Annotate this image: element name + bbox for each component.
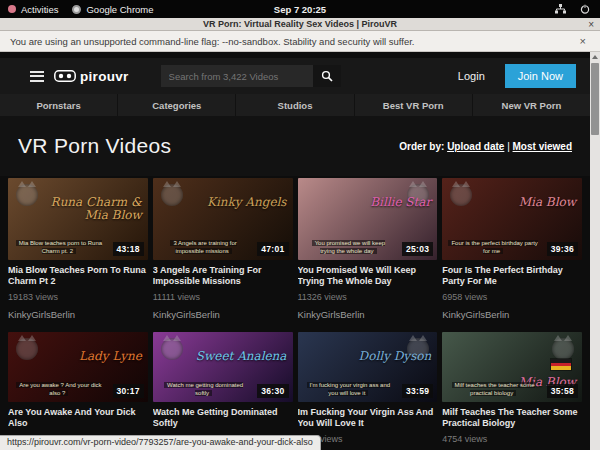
duration-badge: 39:36 [547,242,578,256]
video-views: 6958 views [442,292,582,302]
duration-badge: 30:17 [113,384,144,398]
studio-link[interactable]: KinkyGirlsBerlin [153,309,293,320]
studio-watermark-icon [16,338,38,360]
video-thumbnail[interactable]: Runa Charm & Mia Blow Mia Blow teaches p… [8,178,148,260]
duration-badge: 35:58 [547,384,578,398]
video-title[interactable]: Milf Teaches The Teacher Some Practical … [442,407,582,428]
thumbnail-overlay-text: Mia Blow [482,196,576,209]
thumbnail-overlay-text: Dolly Dyson [338,350,432,363]
thumbnail-caption: Are you awake ? And your dick also ? [14,381,104,397]
studio-watermark-icon [161,184,183,206]
thumbnail-caption: 3 Angels are training for impossible mis… [159,239,249,255]
video-card[interactable]: Mia Blow Four is the perfect birthday pa… [442,178,582,320]
site-logo[interactable]: pirouvr [54,69,129,84]
screen: Activities Google Chrome Sep 7 20:25 VR … [0,0,600,450]
video-card[interactable]: Mia Blow Milf teaches the teacher some p… [442,332,582,444]
video-card[interactable]: Dolly Dyson I'm fucking your virgin ass … [298,332,438,444]
duration-badge: 25:03 [402,242,433,256]
nav-item-studios[interactable]: Studios [236,94,354,116]
order-by-separator: | [507,141,510,152]
scrollbar-up-arrow-icon[interactable] [592,55,598,59]
studio-watermark-icon [161,338,183,360]
video-views: 11111 views [153,292,293,302]
thumbnail-overlay-text: Kinky Angels [193,196,287,209]
video-card[interactable]: Billie Star You promised we will keep tr… [298,178,438,320]
window-title-bar: VR Porn: Virtual Reality Sex Videos | Pi… [0,18,600,31]
clock[interactable]: Sep 7 20:25 [0,4,600,15]
video-thumbnail[interactable]: Dolly Dyson I'm fucking your virgin ass … [298,332,438,402]
search-icon [321,70,333,82]
german-flag-icon [550,358,572,371]
status-url-bubble: https://pirouvr.com/vr-porn-video/779325… [0,435,321,450]
join-now-button[interactable]: Join Now [505,64,576,88]
vr-goggles-icon [54,70,76,82]
studio-link[interactable]: KinkyGirlsBerlin [298,309,438,320]
studio-watermark-icon [552,338,574,360]
video-title[interactable]: 3 Angels Are Training For Impossible Mis… [153,265,293,286]
logo-text: pirouvr [80,69,129,84]
nav-item-best-vr-porn[interactable]: Best VR Porn [355,94,473,116]
duration-badge: 33:59 [402,384,433,398]
thumbnail-caption: Milf teaches the teacher some practical … [448,381,538,397]
video-card[interactable]: Sweet Analena Watch me getting dominated… [153,332,293,444]
infobar-message: You are using an unsupported command-lin… [10,36,576,47]
thumbnail-overlay-text: Runa Charm & Mia Blow [48,196,142,222]
hamburger-menu-icon[interactable] [30,71,44,82]
video-title[interactable]: Four Is The Perfect Birthday Party For M… [442,265,582,286]
video-views: 11326 views [298,292,438,302]
video-thumbnail[interactable]: Lady Lyne Are you awake ? And your dick … [8,332,148,402]
site-header: pirouvr Login Join Now [0,58,590,94]
nav-item-categories[interactable]: Categories [118,94,236,116]
studio-watermark-icon [16,184,38,206]
duration-badge: 36:30 [257,384,288,398]
order-by-upload-date-link[interactable]: Upload date [447,141,504,152]
video-views: 19183 views [8,292,148,302]
video-views: 4754 views [442,434,582,444]
scrollbar-thumb[interactable] [591,63,599,135]
duration-badge: 43:18 [113,242,144,256]
thumbnail-caption: Mia Blow teaches porn to Runa Charm pt. … [14,239,104,255]
video-card[interactable]: Lady Lyne Are you awake ? And your dick … [8,332,148,444]
scrollbar[interactable] [590,52,600,450]
main-nav: Pornstars Categories Studios Best VR Por… [0,94,590,116]
video-thumbnail[interactable]: Billie Star You promised we will keep tr… [298,178,438,260]
search-button[interactable] [313,65,341,87]
video-title[interactable]: You Promised We Will Keep Trying The Who… [298,265,438,286]
thumbnail-caption: I'm fucking your virgin ass and you will… [304,381,394,397]
nav-item-new-vr-porn[interactable]: New VR Porn [473,94,590,116]
video-thumbnail[interactable]: Mia Blow Milf teaches the teacher some p… [442,332,582,402]
video-title[interactable]: Watch Me Getting Dominated Softly [153,407,293,428]
studio-link[interactable]: KinkyGirlsBerlin [8,309,148,320]
order-by: Order by: Upload date | Most viewed [399,141,572,152]
video-grid: Runa Charm & Mia Blow Mia Blow teaches p… [0,176,590,444]
video-thumbnail[interactable]: Mia Blow Four is the perfect birthday pa… [442,178,582,260]
window-title: VR Porn: Virtual Reality Sex Videos | Pi… [0,19,600,29]
order-by-most-viewed-link[interactable]: Most viewed [513,141,572,152]
browser-viewport: pirouvr Login Join Now Pornstars Categor… [0,52,600,450]
login-link[interactable]: Login [458,70,485,82]
thumbnail-caption: Four is the perfect birthday party for m… [448,239,538,255]
video-title[interactable]: Mia Blow Teaches Porn To Runa Charm Pt 2 [8,265,148,286]
studio-link[interactable]: KinkyGirlsBerlin [442,309,582,320]
thumbnail-overlay-text: Lady Lyne [48,350,142,363]
video-thumbnail[interactable]: Sweet Analena Watch me getting dominated… [153,332,293,402]
search-box [161,65,341,87]
thumbnail-caption: You promised we will keep trying the who… [304,239,394,255]
duration-badge: 47:01 [257,242,288,256]
nav-item-pornstars[interactable]: Pornstars [0,94,118,116]
search-input[interactable] [161,65,313,87]
video-title[interactable]: Im Fucking Your Virgin Ass And You Will … [298,407,438,428]
thumbnail-caption: Watch me getting dominated softly [159,381,249,397]
window-close-icon[interactable]: × [588,18,594,31]
thumbnail-overlay-text: Sweet Analena [193,350,287,363]
infobar-close-icon[interactable]: × [576,35,590,47]
video-card[interactable]: Runa Charm & Mia Blow Mia Blow teaches p… [8,178,148,320]
video-thumbnail[interactable]: Kinky Angels 3 Angels are training for i… [153,178,293,260]
video-card[interactable]: Kinky Angels 3 Angels are training for i… [153,178,293,320]
studio-watermark-icon [450,184,472,206]
page-title: VR Porn Videos [18,134,171,158]
video-title[interactable]: Are You Awake And Your Dick Also [8,407,148,428]
system-bar: Activities Google Chrome Sep 7 20:25 [0,0,600,18]
thumbnail-overlay-text: Billie Star [338,196,432,209]
order-by-label: Order by: [399,141,444,152]
